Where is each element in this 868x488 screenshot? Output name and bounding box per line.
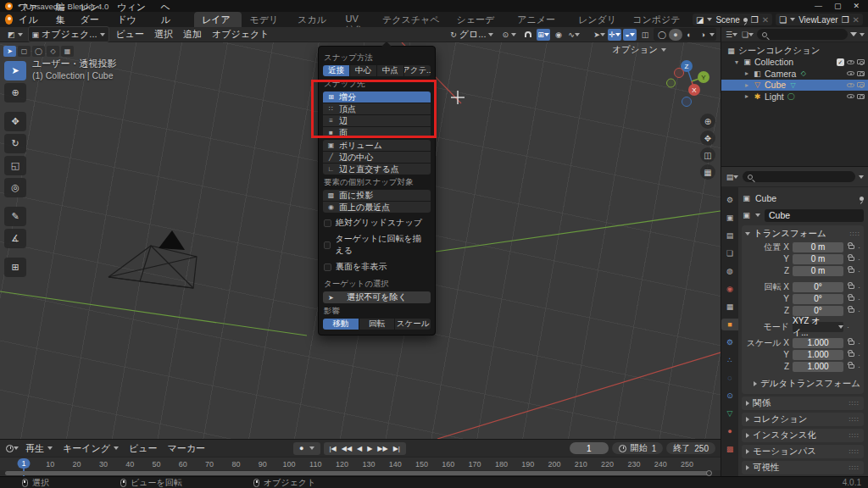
object-name-field[interactable]: Cube (765, 209, 864, 222)
options-dropdown[interactable]: オプション (612, 44, 666, 56)
animate-dot-icon[interactable]: · (858, 255, 860, 263)
gizmo-neg-z-axis[interactable] (682, 97, 692, 107)
pin-icon[interactable] (743, 18, 748, 22)
animate-dot-icon[interactable]: · (858, 363, 860, 371)
frame-tick-10[interactable]: 10 (46, 460, 54, 469)
expander-icon[interactable]: ▸ (743, 81, 750, 89)
segment-回転[interactable]: 回転 (359, 319, 395, 330)
scale-tool[interactable]: ◱ (4, 156, 26, 175)
render-tab-icon[interactable]: ▣ (722, 212, 737, 224)
viewlayer-selector[interactable]: ❏ ViewLayer ❐ ✕ (776, 14, 863, 25)
perspective-toggle-icon[interactable]: ▦ (700, 164, 715, 180)
viewport-menu-3[interactable]: オブジェクト (207, 28, 275, 41)
lock-open-icon[interactable] (849, 352, 854, 357)
animate-dot-icon[interactable]: · (858, 351, 860, 359)
lock-open-icon[interactable] (849, 245, 854, 249)
scene-collection-row[interactable]: ▦ シーンコレクション (721, 45, 868, 57)
eye-icon[interactable] (847, 60, 854, 64)
expander-icon[interactable]: ▾ (733, 58, 740, 66)
frame-tick-220[interactable]: 220 (601, 460, 614, 469)
camera-visibility-icon[interactable] (857, 59, 865, 64)
checkbox-icon[interactable] (324, 241, 331, 249)
segment-移動[interactable]: 移動 (323, 319, 359, 330)
eye-icon[interactable] (847, 83, 854, 87)
frame-tick-110[interactable]: 110 (309, 460, 321, 469)
annotate-tool[interactable]: ✎ (4, 207, 26, 226)
camera-visibility-icon[interactable] (857, 71, 865, 76)
close-button[interactable]: ✕ (853, 2, 860, 10)
checkbox-icon[interactable] (324, 263, 331, 271)
camera-visibility-icon[interactable] (857, 94, 865, 99)
frame-tick-40[interactable]: 40 (125, 460, 134, 469)
section-0[interactable]: 関係∷∷ (742, 396, 864, 410)
workspace-tab-2[interactable]: スカルプト (290, 12, 338, 27)
new-viewlayer-icon[interactable]: ❐ (842, 15, 849, 25)
data-tab-icon[interactable]: ▽ (722, 408, 737, 419)
animate-dot-icon[interactable]: · (847, 323, 849, 331)
constraints-tab-icon[interactable]: ⊙ (722, 390, 737, 402)
outliner-row-Light[interactable]: ▸✱Light◯ (721, 91, 868, 103)
delete-viewlayer-icon[interactable]: ✕ (853, 15, 860, 25)
transport-button-2[interactable]: ◀ (357, 445, 362, 452)
editor-type-button[interactable]: ◩ (4, 30, 26, 40)
workspace-tab-7[interactable]: レンダリング (570, 12, 625, 27)
frame-tick-200[interactable]: 200 (548, 460, 560, 469)
circle-select-icon[interactable]: ◯ (32, 46, 45, 57)
auto-keying-button[interactable]: ● (293, 442, 320, 455)
camera-visibility-icon[interactable] (857, 82, 865, 87)
transform-value-field[interactable]: 0° (793, 282, 843, 292)
move-tool[interactable]: ✥ (4, 112, 26, 131)
particles-tab-icon[interactable]: ∴ (722, 354, 737, 366)
gizmos-toggle[interactable]: ✛ (608, 29, 621, 41)
world-tab-icon[interactable]: ◉ (722, 283, 737, 295)
viewport-menu-1[interactable]: 選択 (149, 28, 178, 41)
delete-scene-icon[interactable]: ✕ (762, 15, 769, 25)
section-4[interactable]: 可視性∷∷ (742, 461, 864, 474)
section-3[interactable]: モーションパス∷∷ (742, 445, 864, 458)
lock-open-icon[interactable] (849, 341, 854, 345)
outliner-row-Camera[interactable]: ▸◧Camera◇ (721, 68, 868, 80)
eye-icon[interactable] (847, 94, 854, 98)
viewlayer-tab-icon[interactable]: ❏ (722, 247, 737, 259)
drag-dots-icon[interactable]: ∷∷ (849, 464, 860, 472)
frame-tick-20[interactable]: 20 (73, 460, 81, 469)
3d-viewport[interactable]: ➤▢◯◇▦ ユーザー・透視投影 (1) Collection | Cube ➤⊕… (0, 42, 721, 439)
snap-item-辺と直交する点[interactable]: ∟辺と直交する点 (323, 164, 431, 175)
snap-with-dropdown[interactable]: ⊞ (537, 29, 550, 41)
viewport-menu-0[interactable]: ビュー (111, 28, 150, 41)
gizmo-neg-x-axis[interactable] (675, 69, 684, 78)
section-1[interactable]: コレクション∷∷ (742, 413, 864, 426)
proportional-edit-button[interactable]: ◉ (552, 29, 565, 41)
physics-tab-icon[interactable]: ◌ (722, 372, 737, 384)
transport-button-3[interactable]: ▶ (367, 445, 372, 452)
camera-object[interactable] (108, 230, 197, 288)
frame-start-field[interactable]: 開始 1 (612, 442, 664, 454)
frame-tick-230[interactable]: 230 (627, 460, 640, 469)
timeline-editor-icon[interactable] (5, 442, 19, 454)
material-shading-icon[interactable]: ◐ (682, 29, 696, 41)
timeline-scrollbar[interactable] (0, 470, 721, 476)
segment-中点[interactable]: 中点 (377, 65, 403, 76)
workspace-tab-1[interactable]: モデリング (242, 12, 290, 27)
maximize-button[interactable]: ▢ (834, 2, 842, 10)
snap-item-辺の中心[interactable]: ╱辺の中心 (323, 152, 431, 163)
lock-open-icon[interactable] (849, 269, 854, 273)
lock-open-icon[interactable] (849, 364, 854, 369)
lock-open-icon[interactable] (849, 257, 854, 261)
workspace-tab-3[interactable]: UV編集 (338, 12, 376, 27)
frame-end-field[interactable]: 終了 250 (666, 442, 715, 454)
orientation-selector[interactable]: ↻ グロ... (447, 27, 497, 42)
timeline-ruler[interactable]: 1102030405060708090100110120130140150160… (0, 457, 721, 470)
frame-tick-240[interactable]: 240 (654, 460, 667, 469)
frame-tick-80[interactable]: 80 (231, 460, 240, 469)
object-tab-icon[interactable]: ■ (721, 319, 738, 330)
properties-search-input[interactable] (743, 171, 855, 182)
camera-view-icon[interactable]: ◫ (700, 147, 715, 163)
pivot-point-button[interactable]: ⊙ (498, 30, 520, 40)
tool-tab-icon[interactable]: ⚙ (722, 194, 737, 206)
snap-item-辺[interactable]: ≡辺 (323, 115, 431, 126)
frame-tick-150[interactable]: 150 (415, 460, 428, 469)
transform-value-field[interactable]: 0 m (793, 242, 843, 252)
frame-tick-30[interactable]: 30 (99, 460, 108, 469)
navigation-gizmo[interactable]: Z Y X (666, 54, 719, 110)
